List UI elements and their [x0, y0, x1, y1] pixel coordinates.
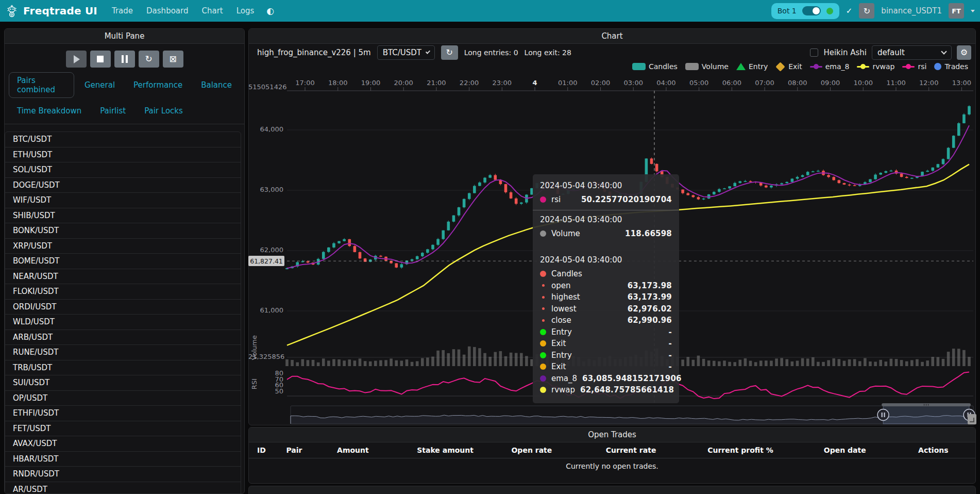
legend-rvwap[interactable]: rvwap [857, 62, 894, 71]
user-avatar[interactable]: FT [949, 3, 964, 19]
long-entries-label: Long entries: 0 [464, 48, 518, 57]
tab-pairlist[interactable]: Pairlist [92, 103, 134, 119]
chart-plot-area[interactable]: 51505142664,00063,00062,00061,00021,3258… [248, 75, 976, 425]
pair-item-bome[interactable]: BOME/USDT [5, 253, 241, 269]
bot-selector[interactable]: Bot 1 [771, 3, 839, 19]
pair-item-rune[interactable]: RUNE/USDT [5, 344, 241, 360]
chart-tooltip: 2024-05-04 03:40:00rsi50.225770201907042… [533, 174, 679, 403]
open-trades-header-row: IDPairAmountStake amountOpen rateCurrent… [249, 442, 975, 458]
pair-item-wif[interactable]: WIF/USDT [5, 192, 241, 208]
tooltip-series-label: Entry [551, 327, 572, 337]
pair-item-doge[interactable]: DOGE/USDT [5, 177, 241, 193]
tab-general[interactable]: General [76, 77, 123, 93]
time-tick-0700: 07:00 [755, 79, 774, 87]
exit-dot-icon [540, 340, 546, 347]
legend-trades[interactable]: Trades [934, 62, 968, 71]
tab-performance[interactable]: Performance [125, 77, 191, 93]
pair-item-trb[interactable]: TRB/USDT [5, 360, 241, 376]
tooltip-series-value: 63,173.98 [628, 281, 672, 290]
pair-item-floki[interactable]: FLOKI/USDT [5, 284, 241, 300]
nav-link-trade[interactable]: Trade [112, 6, 133, 15]
col-pair[interactable]: Pair [278, 442, 329, 458]
user-menu-caret-icon[interactable] [971, 10, 975, 12]
strategy-timeframe-label: high_frog_binance_v226 | 5m [257, 48, 371, 57]
chart-refresh-button[interactable]: ↻ [441, 45, 458, 60]
nav-link-logs[interactable]: Logs [236, 6, 255, 15]
exit-dot-icon [540, 364, 546, 370]
brand[interactable]: Freqtrade UI [5, 4, 97, 18]
tooltip-series-value: 63,085.948152171906 [582, 374, 682, 383]
pair-item-btc[interactable]: BTC/USDT [5, 131, 241, 147]
navbar-right: Bot 1 ✓ ↻ binance_USDT1 FT [771, 3, 975, 19]
col-amount[interactable]: Amount [329, 442, 409, 458]
legend-ema_8[interactable]: ema_8 [810, 62, 850, 71]
plot-config-select[interactable]: default [872, 45, 952, 60]
legend-candles[interactable]: Candles [632, 62, 678, 71]
tab-balance[interactable]: Balance [193, 77, 240, 93]
tab-pair-locks[interactable]: Pair Locks [136, 103, 191, 119]
tooltip-row-candles: Candles [540, 268, 672, 280]
col-open-date[interactable]: Open date [816, 442, 910, 458]
col-current-profit[interactable]: Current profit % [699, 442, 816, 458]
legend-volume[interactable]: Volume [685, 62, 729, 71]
playback-controls: ↻ ⊠ [5, 51, 244, 68]
plot-settings-gear-button[interactable]: ⚙ [957, 45, 971, 60]
legend-label: rvwap [872, 62, 894, 71]
heikin-ashi-checkbox[interactable] [810, 48, 818, 57]
legend-label: ema_8 [825, 62, 850, 71]
bot-toggle[interactable] [802, 6, 821, 15]
legend-entry[interactable]: Entry [736, 62, 768, 71]
time-tick-2000: 20:00 [394, 79, 413, 87]
clear-button[interactable]: ⊠ [163, 51, 183, 68]
volume-axis-title: Volume [250, 335, 258, 360]
pair-item-arb[interactable]: ARB/USDT [5, 330, 241, 345]
col-open-rate[interactable]: Open rate [503, 442, 597, 458]
pair-item-ethfi[interactable]: ETHFI/USDT [5, 405, 241, 421]
volume-swatch-icon [685, 63, 699, 70]
col-actions[interactable]: Actions [910, 442, 975, 458]
reload-button[interactable]: ↻ [859, 3, 874, 19]
col-id[interactable]: ID [249, 442, 278, 458]
pause-button[interactable] [114, 51, 135, 68]
rsi-line-icon [902, 66, 915, 68]
pair-item-ordi[interactable]: ORDI/USDT [5, 299, 241, 315]
time-tick-1000: 10:00 [854, 79, 873, 87]
stop-button[interactable] [90, 51, 111, 68]
pair-item-rndr[interactable]: RNDR/USDT [5, 466, 241, 482]
tab-pairs-combined[interactable]: Pairs combined [9, 72, 74, 98]
theme-toggle-icon[interactable]: ◐ [266, 6, 274, 16]
pair-item-hbar[interactable]: HBAR/USDT [5, 451, 241, 467]
pair-item-op[interactable]: OP/USDT [5, 390, 241, 406]
pair-item-eth[interactable]: ETH/USDT [5, 147, 241, 163]
heikin-ashi-label: Heikin Ashi [823, 48, 867, 57]
refresh-button[interactable]: ↻ [139, 51, 159, 68]
pair-select[interactable]: BTC/USDT [377, 45, 435, 60]
col-current-rate[interactable]: Current rate [598, 442, 699, 458]
tab-time-breakdown[interactable]: Time Breakdown [9, 103, 90, 119]
check-icon[interactable]: ✓ [846, 6, 853, 15]
pair-item-xrp[interactable]: XRP/USDT [5, 238, 241, 254]
col-stake-amount[interactable]: Stake amount [409, 442, 503, 458]
tooltip-series-label: rsi [551, 195, 561, 204]
play-button[interactable] [66, 51, 87, 68]
pair-item-avax[interactable]: AVAX/USDT [5, 436, 241, 452]
tooltip-series-value: 50.22577020190704 [581, 195, 672, 204]
tooltip-series-label: open [551, 281, 570, 290]
pair-item-sui[interactable]: SUI/USDT [5, 375, 241, 391]
legend-rsi[interactable]: rsi [902, 62, 926, 71]
pair-item-wld[interactable]: WLD/USDT [5, 314, 241, 330]
pair-item-shib[interactable]: SHIB/USDT [5, 208, 241, 224]
pair-item-near[interactable]: NEAR/USDT [5, 269, 241, 285]
nav-link-chart[interactable]: Chart [201, 6, 223, 15]
lowest-dot-icon [542, 307, 545, 310]
pair-item-ar[interactable]: AR/USDT [5, 482, 241, 494]
tooltip-series-label: ema_8 [551, 374, 577, 383]
legend-exit[interactable]: Exit [775, 62, 802, 71]
pair-item-bonk[interactable]: BONK/USDT [5, 223, 241, 239]
nav-link-dashboard[interactable]: Dashboard [146, 6, 188, 15]
pair-item-fet[interactable]: FET/USDT [5, 421, 241, 437]
tooltip-series-value: - [669, 351, 672, 360]
tooltip-row-lowest: lowest62,976.02 [540, 303, 672, 315]
resize-handle[interactable] [968, 414, 976, 424]
pair-item-sol[interactable]: SOL/USDT [5, 162, 241, 178]
